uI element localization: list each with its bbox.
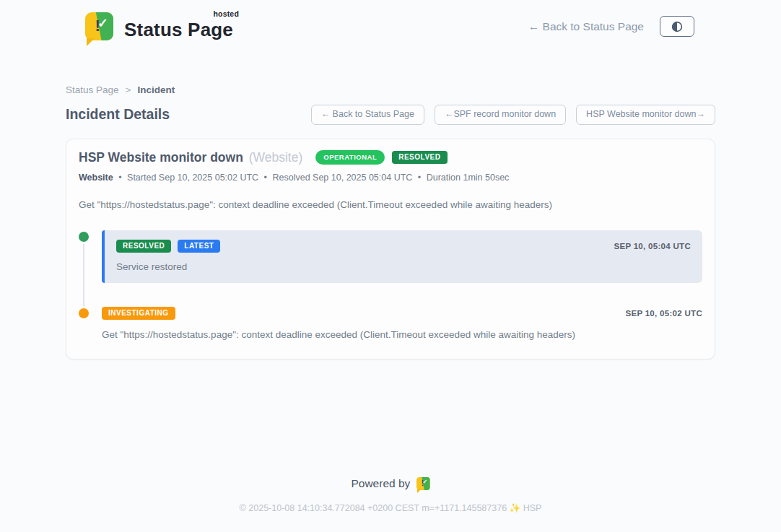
brand-superscript: hosted	[213, 9, 239, 18]
timeline-timestamp: SEP 10, 05:02 UTC	[625, 309, 702, 318]
timeline-entry-head: RESOLVED LATEST SEP 10, 05:04 UTC	[116, 240, 691, 253]
check-icon: ✓	[97, 17, 108, 30]
resolved-status-badge: RESOLVED	[392, 151, 447, 164]
latest-badge: LATEST	[178, 240, 220, 253]
timeline-dot-resolved	[79, 232, 89, 242]
page-title: Incident Details	[66, 106, 170, 123]
title-row: Incident Details ← Back to Status Page ←…	[66, 105, 715, 125]
bullet-separator: •	[118, 173, 121, 183]
incident-timeline: RESOLVED LATEST SEP 10, 05:04 UTC Servic…	[79, 230, 702, 340]
brand-name-label: Status Page	[124, 19, 233, 40]
timeline-entry-box-latest: RESOLVED LATEST SEP 10, 05:04 UTC Servic…	[102, 230, 702, 283]
incident-duration: Duration 1min 50sec	[427, 173, 510, 183]
breadcrumb-separator: >	[126, 84, 131, 95]
bubble-body: ! ✓	[416, 477, 429, 490]
brand-bubble-icon: ! ✓	[85, 12, 113, 40]
contrast-icon	[671, 21, 683, 32]
powered-by-label: Powered by	[351, 477, 410, 490]
breadcrumb: Status Page > Incident	[66, 84, 715, 95]
timeline-entry-resolved: RESOLVED LATEST SEP 10, 05:04 UTC Servic…	[79, 230, 702, 283]
investigating-badge: INVESTIGATING	[102, 307, 175, 320]
breadcrumb-status-page[interactable]: Status Page	[66, 84, 119, 95]
resolved-badge: RESOLVED	[116, 240, 171, 253]
incident-card: HSP Website monitor down (Website) OPERA…	[66, 139, 715, 359]
incident-title: HSP Website monitor down (Website)	[79, 150, 302, 165]
timeline-entry-investigating: INVESTIGATING SEP 10, 05:02 UTC Get "htt…	[79, 307, 702, 340]
back-to-status-page-link[interactable]: ← Back to Status Page	[528, 20, 644, 33]
header-actions: ← Back to Status Page	[528, 16, 694, 37]
check-icon: ✓	[422, 479, 427, 485]
theme-toggle-button[interactable]	[660, 16, 694, 37]
incident-scope: (Website)	[249, 150, 303, 165]
bullet-separator: •	[264, 173, 267, 183]
back-to-status-page-button[interactable]: ← Back to Status Page	[311, 105, 424, 125]
brand-logo[interactable]: ! ✓ hosted Status Page	[85, 12, 233, 41]
incident-nav-buttons: ← Back to Status Page ←SPF record monito…	[311, 105, 715, 125]
copyright-text: © 2025-10-08 14:10:34.772084 +0200 CEST …	[0, 502, 781, 513]
incident-component: Website	[79, 173, 113, 183]
bubble-tail	[87, 38, 95, 46]
timeline-timestamp: SEP 10, 05:04 UTC	[614, 242, 691, 250]
timeline-message: Get "https://hostedstatus.page": context…	[102, 329, 702, 340]
page: ! ✓ hosted Status Page ← Back to Status …	[0, 0, 781, 532]
incident-description: Get "https://hostedstatus.page": context…	[79, 199, 702, 210]
brand-name: hosted Status Page	[124, 12, 233, 41]
main-content: Status Page > Incident Incident Details …	[66, 84, 715, 359]
operational-status-badge: OPERATIONAL	[315, 150, 385, 165]
bubble-tail	[417, 489, 421, 493]
timeline-entry-box-investigating: INVESTIGATING SEP 10, 05:02 UTC Get "htt…	[102, 307, 702, 340]
footer: Powered by ! ✓ © 2025-10-08 14:10:34.772…	[0, 477, 781, 532]
bullet-separator: •	[418, 173, 421, 183]
timeline-message: Service restored	[116, 261, 691, 272]
header: ! ✓ hosted Status Page ← Back to Status …	[0, 0, 781, 45]
breadcrumb-incident: Incident	[137, 84, 175, 95]
powered-by-logo-icon: ! ✓	[416, 477, 429, 490]
incident-title-text: HSP Website monitor down	[79, 150, 243, 165]
next-incident-button[interactable]: HSP Website monitor down→	[576, 105, 715, 125]
incident-meta: Website • Started Sep 10, 2025 05:02 UTC…	[79, 173, 702, 183]
incident-card-header: HSP Website monitor down (Website) OPERA…	[79, 150, 702, 165]
timeline-entry-head: INVESTIGATING SEP 10, 05:02 UTC	[102, 307, 702, 320]
incident-resolved: Resolved Sep 10, 2025 05:04 UTC	[272, 173, 412, 183]
prev-incident-button[interactable]: ←SPF record monitor down	[435, 105, 566, 125]
timeline-dot-investigating	[79, 308, 89, 318]
powered-by-link[interactable]: Powered by ! ✓	[351, 477, 429, 490]
bubble-body: ! ✓	[85, 12, 113, 40]
incident-started: Started Sep 10, 2025 05:02 UTC	[127, 173, 258, 183]
